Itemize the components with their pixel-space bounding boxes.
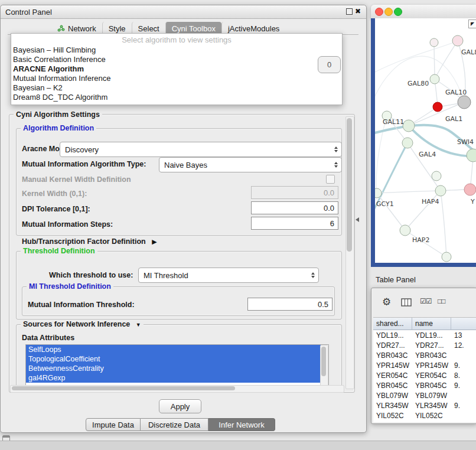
algorithm-option[interactable]: Basic Correlation Inference xyxy=(11,55,342,64)
network-node[interactable] xyxy=(375,188,382,198)
column-header[interactable]: name xyxy=(412,318,451,330)
table-row[interactable]: YBL079WYBL079W xyxy=(373,390,476,400)
network-edge[interactable] xyxy=(434,43,435,79)
table-cell: YPR145W xyxy=(373,361,412,370)
network-node-label: Y xyxy=(470,198,475,206)
manual-kernel-width-checkbox[interactable] xyxy=(326,175,335,184)
table-cell: YBR043C xyxy=(412,351,451,360)
table-row[interactable]: YPR145WYPR145W9. xyxy=(373,360,476,370)
network-edge[interactable] xyxy=(405,191,441,230)
column-header[interactable] xyxy=(451,318,476,330)
mi-steps-field[interactable]: 6 xyxy=(251,217,338,230)
deselect-all-icon[interactable]: □□ xyxy=(438,297,445,305)
table-row[interactable]: YDR27...YDR27...12. xyxy=(373,340,476,350)
tab-label: Impute Data xyxy=(92,420,134,429)
gear-icon[interactable]: ⚙ xyxy=(382,296,391,308)
control-panel-titlebar[interactable]: Control Panel ✖ xyxy=(1,5,366,19)
network-node[interactable] xyxy=(464,184,476,195)
table-row[interactable]: YBR043CYBR043C xyxy=(373,350,476,360)
network-node[interactable] xyxy=(433,102,442,112)
algorithm-option[interactable]: Mutual Information Inference xyxy=(11,74,342,83)
node-table: shared... name YDL19...YDL19...13YDR27..… xyxy=(373,317,476,422)
table-row[interactable]: YIL052CYIL052C xyxy=(373,410,476,420)
columns-icon[interactable] xyxy=(401,298,412,306)
apply-button[interactable]: Apply xyxy=(159,399,201,413)
field-value: 6 xyxy=(330,219,334,228)
kernel-width-field[interactable]: 0.0 xyxy=(251,186,338,199)
settings-scrollbar[interactable] xyxy=(345,116,354,389)
attribute-list-scrollbar-thumb[interactable] xyxy=(321,347,326,376)
close-icon[interactable]: ✖ xyxy=(355,7,361,15)
attribute-list-item[interactable]: BetweennessCentrality xyxy=(26,364,322,373)
expanded-arrow-icon: ▼ xyxy=(136,321,141,329)
settings-hscrollbar-thumb[interactable] xyxy=(12,386,235,390)
algorithm-option[interactable]: ARACNE Algorithm xyxy=(11,64,342,74)
tab-discretize-data[interactable]: Discretize Data xyxy=(141,418,208,431)
hub-tf-section-toggle[interactable]: Hub/Transcription Factor Definition ▶ xyxy=(22,237,157,246)
dpi-tolerance-field[interactable]: 0.0 xyxy=(251,201,338,214)
network-node[interactable] xyxy=(435,185,446,196)
mi-threshold-field[interactable]: 0.5 xyxy=(247,298,332,311)
which-threshold-combo[interactable]: MI Threshold xyxy=(138,268,319,283)
network-edge[interactable] xyxy=(376,116,387,193)
network-node[interactable] xyxy=(430,74,439,84)
float-window-icon[interactable] xyxy=(346,8,353,15)
attribute-list-item[interactable]: SelfLoops xyxy=(26,345,322,354)
network-edge[interactable] xyxy=(375,41,458,74)
settings-hscrollbar[interactable] xyxy=(10,385,344,393)
sources-group-toggle[interactable]: Sources for Network Inference ▼ xyxy=(21,320,144,329)
network-window-titlebar[interactable] xyxy=(371,5,476,19)
network-node[interactable] xyxy=(400,225,410,236)
network-canvas[interactable]: GAL8GAL80GAL10GAL11GAL1SWI4GAL4GCY1HAP4Y… xyxy=(375,18,476,263)
column-header[interactable]: shared... xyxy=(373,318,412,330)
table-cell: YBL079W xyxy=(412,392,451,400)
network-edge[interactable] xyxy=(441,191,446,257)
network-edge[interactable] xyxy=(435,41,458,79)
table-cell: YER054C xyxy=(412,371,451,380)
table-cell: YBR043C xyxy=(373,351,412,360)
table-row[interactable]: YBR045CYBR045C9. xyxy=(373,380,476,390)
close-traffic-light[interactable] xyxy=(375,8,383,16)
combo-value: MI Threshold xyxy=(144,271,188,280)
tab-label: jActiveModules xyxy=(228,24,279,33)
network-node[interactable] xyxy=(403,120,415,132)
table-cell: YDR27... xyxy=(412,341,451,350)
select-all-icon[interactable]: ☑☑ xyxy=(420,297,432,305)
data-attributes-list[interactable]: SelfLoopsTopologicalCoefficientBetweenne… xyxy=(25,344,329,387)
status-strip xyxy=(0,441,476,450)
table-cell: YDR27... xyxy=(373,341,412,350)
attribute-list-scrollbar[interactable] xyxy=(320,345,328,386)
minimize-traffic-light[interactable] xyxy=(384,8,393,16)
network-node-label: GAL4 xyxy=(419,151,436,158)
network-node[interactable] xyxy=(442,252,451,262)
maximize-traffic-light[interactable] xyxy=(394,8,402,16)
birdseye-toggle-icon[interactable]: ◤ xyxy=(468,19,476,28)
network-edge[interactable] xyxy=(377,191,441,193)
table-row[interactable]: YLR345WYLR345W9. xyxy=(373,400,476,410)
algorithm-option[interactable]: Bayesian – K2 xyxy=(11,83,342,93)
table-cell: 9. xyxy=(451,361,476,370)
mi-algorithm-type-combo[interactable]: Naive Bayes xyxy=(159,157,342,172)
table-row[interactable]: YER054CYER054C8. xyxy=(373,370,476,380)
network-edge[interactable] xyxy=(377,193,405,230)
network-canvas-container: GAL8GAL80GAL10GAL11GAL1SWI4GAL4GCY1HAP4Y… xyxy=(375,18,476,263)
algorithm-option[interactable]: Bayesian – Hill Climbing xyxy=(11,45,342,55)
tab-infer-network[interactable]: Infer Network xyxy=(208,418,275,431)
attribute-list-item[interactable]: TopologicalCoefficient xyxy=(26,354,322,364)
network-node[interactable] xyxy=(432,171,441,181)
obscured-spinner[interactable]: 0 xyxy=(318,56,341,73)
network-node[interactable] xyxy=(452,35,463,46)
settings-scrollbar-thumb[interactable] xyxy=(347,118,352,252)
tab-label: Infer Network xyxy=(219,420,264,429)
network-node[interactable] xyxy=(430,38,438,47)
network-node[interactable] xyxy=(458,96,471,109)
aracne-mode-combo[interactable]: Discovery xyxy=(60,142,342,157)
network-node[interactable] xyxy=(467,149,476,162)
tab-impute-data[interactable]: Impute Data xyxy=(86,418,141,431)
algorithm-option[interactable]: Dream8 DC_TDC Algorithm xyxy=(11,93,342,102)
network-node[interactable] xyxy=(402,138,413,148)
attribute-list-item[interactable]: gal4RGexp xyxy=(26,373,322,383)
table-row[interactable]: YDL19...YDL19...13 xyxy=(373,330,476,340)
algorithm-definition-title: Algorithm Definition xyxy=(21,124,96,132)
splitter-collapse-icon[interactable] xyxy=(356,217,359,222)
